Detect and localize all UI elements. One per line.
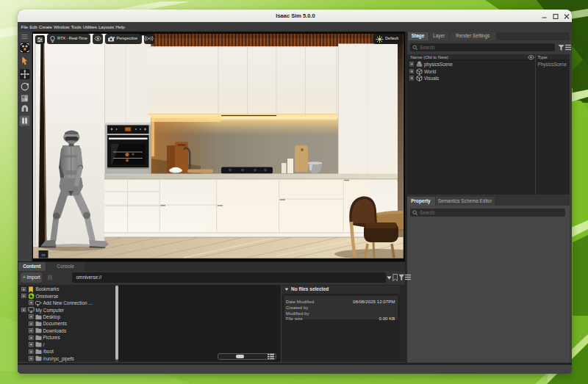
svg-text:m: m (42, 253, 46, 257)
